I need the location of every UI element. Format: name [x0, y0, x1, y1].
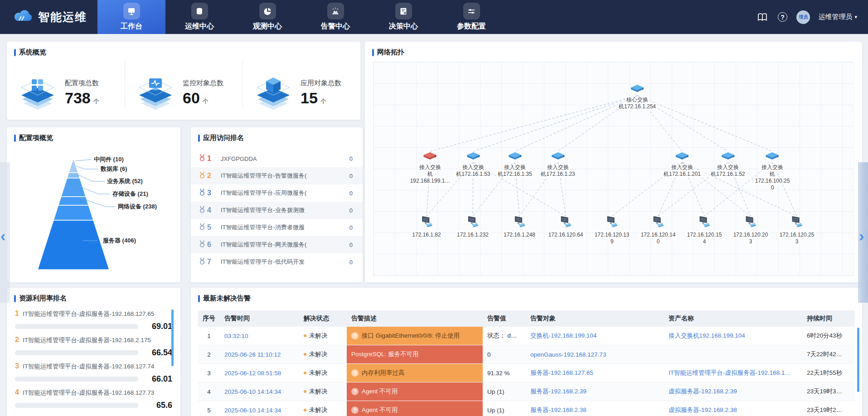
- alert-row[interactable]: 52025-06-10 14:14:34未解决?Agent 不可用Up (1)服…: [198, 401, 855, 416]
- nav-tab-label: 决策中心: [389, 22, 418, 31]
- resource-rank: 1: [15, 310, 19, 318]
- topology-canvas[interactable]: 核心交换机172.16.1.254接入交换机192.168.199.1…接入交换…: [373, 62, 854, 276]
- app-ranking-row[interactable]: 2IT智能运维管理平台-告警微服务(0: [191, 167, 363, 184]
- alert-time-link[interactable]: 03:32:10: [224, 333, 248, 339]
- access-switch-node[interactable]: 接入交换机172.16.1.23: [539, 151, 576, 178]
- server-node[interactable]: 172.16.120.64: [547, 215, 585, 238]
- alert-row[interactable]: 103:32:10未解决?接口 GigabitEthernet0/0/8: 停止…: [198, 327, 855, 345]
- core-switch-icon: [628, 84, 646, 95]
- nav-tab-参数配置[interactable]: 参数配置: [437, 0, 505, 34]
- docs-book-icon[interactable]: [756, 11, 768, 23]
- app-ranking-row[interactable]: 1JXFGPGDDA0: [191, 150, 363, 167]
- nav-tab-决策中心[interactable]: 决策中心: [369, 0, 437, 34]
- node-label-line: 机172.16.1.201: [662, 171, 702, 178]
- alert-target-link[interactable]: 服务器-192.168.127.65: [530, 369, 593, 376]
- app-access-count: 0: [340, 242, 353, 248]
- stat-value: 738个: [65, 89, 99, 107]
- alert-asset-link[interactable]: 虚拟服务器-192.168.2.39: [669, 388, 737, 395]
- access-switch-node[interactable]: 接入交换机172.16.1.52: [709, 151, 746, 178]
- help-icon[interactable]: ?: [776, 11, 788, 23]
- alert-asset-link[interactable]: 虚拟服务器-192.168.2.38: [669, 406, 737, 413]
- access-switch-node[interactable]: 接入交换机172.16.1.35: [496, 151, 533, 178]
- alerts-column-告警对象: 告警对象: [526, 310, 664, 327]
- config-overview-panel: 配置项概览 中间件 (10)数据库 (6)业务系统 (52)存储设备 (21)网…: [7, 127, 180, 282]
- alert-row[interactable]: 22025-06-26 11:10:12未解决PostgreSQL: 服务不可用…: [198, 345, 855, 364]
- server-node[interactable]: 172.16.120.253: [778, 215, 816, 245]
- server-node[interactable]: 172.16.1.232: [456, 215, 490, 238]
- access-switch-node[interactable]: 接入交换机172.16.1.201: [662, 151, 702, 178]
- server-icon: [606, 215, 618, 230]
- alert-asset-link[interactable]: 接入交换机192.168.199.104: [669, 332, 745, 339]
- resource-scrollbar[interactable]: [171, 310, 174, 366]
- alert-no: 1: [198, 327, 220, 345]
- alert-time-link[interactable]: 2025-06-26 11:10:12: [224, 351, 281, 358]
- user-menu[interactable]: 运维管理员 ▾: [818, 13, 857, 21]
- alerts-scrollbar[interactable]: [857, 328, 859, 392]
- core-switch-node[interactable]: 核心交换机172.16.1.254: [617, 84, 657, 110]
- nav-tab-工作台[interactable]: 工作台: [97, 0, 165, 34]
- resource-ranking-item[interactable]: 1IT智能运维管理平台-虚拟服务器-192.168.127.6569.01: [15, 310, 172, 331]
- nav-tab-告警中心[interactable]: 告警中心: [301, 0, 369, 34]
- stat-divider: [242, 59, 243, 110]
- top-nav-bar: 智能运维 工作台运维中心观测中心告警中心决策中心参数配置 ? 理员 运维管理员 …: [0, 0, 868, 34]
- server-node[interactable]: 172.16.120.203: [732, 215, 770, 245]
- alert-duration: 23天19时3…: [802, 382, 855, 401]
- resource-ranking-item[interactable]: 3IT智能运维管理平台-虚拟服务器-192.168.127.7466.01: [15, 362, 172, 384]
- alerts-table-body: 103:32:10未解决?接口 GigabitEthernet0/0/8: 停止…: [198, 327, 855, 416]
- app-ranking-row[interactable]: 5IT智能运维管理平台-消费者微服0: [191, 219, 363, 236]
- alert-row[interactable]: 42025-06-10 14:14:34未解决?Agent 不可用Up (1)服…: [198, 382, 855, 401]
- alert-target-link[interactable]: 服务器-192.168.2.39: [530, 388, 587, 395]
- node-label-line: 接入交换: [461, 164, 485, 171]
- alerts-table: 序号告警时间解决状态告警描述告警值告警对象资产名称持续时间 103:32:10未…: [198, 310, 855, 416]
- funnel-chart: 中间件 (10)数据库 (6)业务系统 (52)存储设备 (21)网络设备 (2…: [7, 147, 180, 282]
- panel-title: 资源利用率排名: [14, 294, 67, 303]
- node-label-line: 机: [768, 171, 776, 178]
- alert-row[interactable]: 32025-06-12 08:51:58未解决?内存利用率过高91.32 %服务…: [198, 364, 855, 382]
- nav-tab-运维中心[interactable]: 运维中心: [165, 0, 233, 34]
- access-switch-icon: [765, 151, 780, 162]
- carousel-prev-button[interactable]: ‹: [0, 228, 5, 243]
- alert-time-link[interactable]: 2025-06-10 14:14:34: [224, 407, 281, 414]
- resource-ranking-item[interactable]: 4IT智能运维管理平台-虚拟服务器-192.168.127.7365.6: [15, 388, 172, 410]
- access-switch-node[interactable]: 接入交换机192.168.199.1…: [409, 151, 452, 184]
- alert-no: 2: [198, 345, 220, 364]
- carousel-left-strip: ‹: [0, 162, 10, 303]
- app-ranking-row[interactable]: 4IT智能运维管理平台-业务拨测微0: [191, 202, 363, 219]
- node-label-line: 接入交换: [503, 164, 527, 171]
- resource-ranking-item[interactable]: 2IT智能运维管理平台-虚拟服务器-192.168.2.17566.54: [15, 336, 172, 358]
- nav-tab-观测中心[interactable]: 观测中心: [233, 0, 301, 34]
- alert-status: 未解决: [299, 401, 347, 416]
- alert-asset-link[interactable]: IT智能运维管理平台-虚拟服务器-192.168.1…: [669, 369, 791, 376]
- stat-divider: [125, 59, 125, 110]
- alert-time-link[interactable]: 2025-06-12 08:51:58: [224, 370, 281, 377]
- dashboard-screen: 智能运维 工作台运维中心观测中心告警中心决策中心参数配置 ? 理员 运维管理员 …: [0, 0, 868, 416]
- access-switch-node[interactable]: 接入交换机172.16.100.250: [754, 151, 791, 191]
- access-switch-icon: [674, 151, 690, 162]
- access-switch-node[interactable]: 接入交换机172.16.1.53: [455, 151, 491, 178]
- server-node[interactable]: 172.16.120.140: [640, 215, 677, 245]
- node-label-line: 172.16.120.15: [686, 232, 723, 238]
- utilization-value: 66.54: [138, 348, 172, 358]
- utilization-bar-track: [15, 403, 138, 408]
- resource-name: IT智能运维管理平台-虚拟服务器-192.168.127.73: [23, 389, 154, 397]
- server-icon: [744, 215, 757, 230]
- alert-time-link[interactable]: 2025-06-10 14:14:34: [224, 388, 281, 395]
- user-avatar[interactable]: 理员: [796, 10, 810, 24]
- app-ranking-row[interactable]: 6IT智能运维管理平台-网关微服务(0: [191, 236, 363, 253]
- app-ranking-row[interactable]: 3IT智能运维管理平台-应用微服务(0: [191, 184, 363, 202]
- alert-target-link[interactable]: 服务器-192.168.2.38: [530, 406, 587, 413]
- title-accent-bar: [14, 295, 16, 302]
- carousel-next-button[interactable]: ›: [859, 228, 864, 243]
- server-node[interactable]: 172.16.1.82: [411, 215, 442, 238]
- app-ranking-row[interactable]: 7IT智能运维管理平台-低代码开发0: [191, 253, 363, 271]
- nav-tab-label: 告警中心: [321, 22, 350, 31]
- server-node[interactable]: 172.16.120.154: [686, 215, 723, 245]
- alert-target-link[interactable]: openGauss-192.168.127.73: [530, 351, 606, 358]
- app-name: IT智能运维管理平台-网关微服务(: [221, 241, 340, 249]
- cloud-logo-icon: [13, 9, 34, 26]
- alerts-panel: 最新未解决告警 序号告警时间解决状态告警描述告警值告警对象资产名称持续时间 10…: [191, 288, 862, 416]
- server-node[interactable]: 172.16.1.248: [502, 215, 537, 238]
- server-node[interactable]: 172.16.120.139: [593, 215, 631, 245]
- app-access-count: 0: [340, 259, 353, 266]
- alert-target-link[interactable]: 交换机-192.168.199.104: [530, 332, 596, 339]
